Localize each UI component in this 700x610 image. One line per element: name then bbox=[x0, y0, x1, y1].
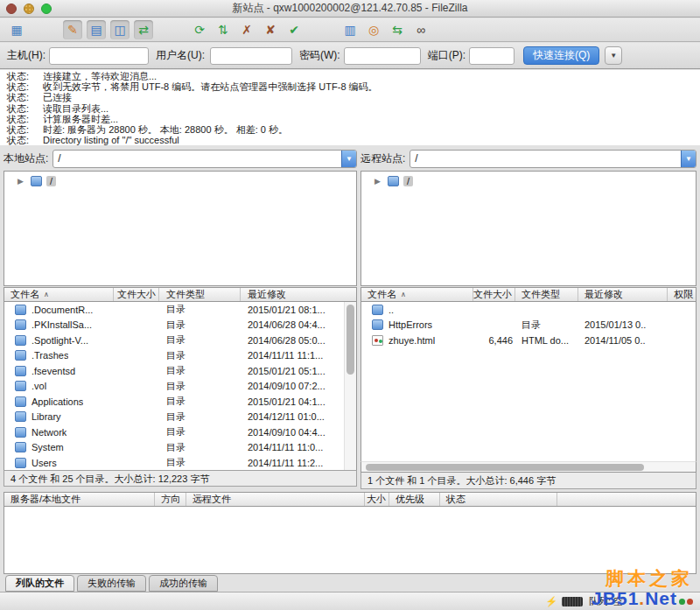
refresh-icon[interactable]: ⟳ bbox=[190, 20, 209, 39]
disconnect-icon[interactable]: ✘ bbox=[261, 20, 280, 39]
file-icon bbox=[15, 381, 26, 391]
column-permissions[interactable]: 权限 bbox=[668, 288, 696, 301]
horizontal-scrollbar[interactable] bbox=[360, 461, 696, 473]
disclosure-triangle-icon[interactable]: ▶ bbox=[18, 177, 24, 186]
column-filename[interactable]: 文件名∧ bbox=[4, 288, 114, 301]
file-row[interactable]: Network 目录 2014/09/10 04:4... bbox=[4, 424, 356, 440]
log-status-label: 状态: bbox=[0, 114, 43, 124]
username-input[interactable] bbox=[210, 47, 292, 65]
column-status[interactable]: 状态 bbox=[440, 493, 557, 506]
reconnect-icon[interactable]: ✔ bbox=[284, 20, 304, 39]
filter-icon[interactable]: ▥ bbox=[340, 20, 360, 39]
file-type: 目录 bbox=[159, 380, 241, 393]
quickconnect-dropdown-button[interactable]: ▼ bbox=[605, 46, 622, 65]
close-window-button[interactable] bbox=[6, 4, 17, 14]
file-row[interactable]: .Spotlight-V... 目录 2014/06/28 05:0... bbox=[4, 333, 356, 348]
file-modified: 2014/11/11 11:2... bbox=[241, 458, 356, 468]
file-type: 目录 bbox=[159, 333, 241, 347]
toggle-log-icon[interactable]: ✎ bbox=[63, 20, 82, 39]
column-filesize[interactable]: 文件大小 bbox=[473, 288, 515, 301]
tab-successful-transfers[interactable]: 成功的传输 bbox=[149, 575, 218, 592]
file-row[interactable]: HttpErrors 目录 2015/01/13 0.. bbox=[361, 318, 696, 333]
combo-arrow-button[interactable]: ▼ bbox=[681, 151, 696, 167]
local-path-combobox[interactable]: / ▼ bbox=[52, 150, 357, 168]
log-message: 已连接 bbox=[43, 92, 72, 102]
column-size[interactable]: 大小 bbox=[365, 493, 389, 506]
file-row[interactable]: .Trashes 目录 2014/11/11 11:1... bbox=[4, 348, 356, 364]
file-type: 目录 bbox=[159, 364, 241, 377]
local-list-header: 文件名∧ 文件大小 文件类型 最近修改 bbox=[4, 287, 357, 302]
column-modified[interactable]: 最近修改 bbox=[241, 288, 356, 301]
remote-path-combobox[interactable]: / ▼ bbox=[410, 150, 696, 168]
toggle-local-tree-icon[interactable]: ▤ bbox=[87, 20, 106, 39]
file-row[interactable]: .. bbox=[361, 302, 696, 318]
file-name: .PKInstallSa... bbox=[32, 319, 92, 330]
minimize-window-button[interactable] bbox=[24, 4, 34, 14]
tree-root-label[interactable]: / bbox=[46, 176, 56, 186]
toggle-queue-icon[interactable]: ⇄ bbox=[134, 20, 153, 39]
toggle-remote-tree-icon[interactable]: ◫ bbox=[110, 20, 130, 39]
file-size: 6,446 bbox=[473, 335, 515, 346]
file-name: HttpErrors bbox=[388, 319, 432, 330]
file-row[interactable]: Applications 目录 2015/01/21 04:1... bbox=[4, 394, 356, 410]
column-server-local-file[interactable]: 服务器/本地文件 bbox=[4, 493, 155, 506]
column-modified[interactable]: 最近修改 bbox=[578, 288, 668, 301]
file-row[interactable]: Users 目录 2014/11/11 11:2... bbox=[4, 455, 356, 470]
tree-root-label[interactable]: / bbox=[403, 176, 413, 186]
password-input[interactable] bbox=[344, 47, 421, 65]
log-status-label: 状态: bbox=[0, 71, 43, 81]
file-row[interactable]: .vol 目录 2014/09/10 07:2... bbox=[4, 379, 356, 395]
compare-icon[interactable]: ⇆ bbox=[388, 20, 407, 39]
file-row[interactable]: .DocumentR... 目录 2015/01/21 08:1... bbox=[4, 302, 356, 318]
tree-row[interactable]: ▶ / bbox=[361, 172, 696, 189]
file-name: .vol bbox=[32, 381, 46, 391]
scrollbar-thumb[interactable] bbox=[346, 305, 354, 375]
local-file-list: .DocumentR... 目录 2015/01/21 08:1... .PKI… bbox=[4, 302, 357, 470]
host-input[interactable] bbox=[49, 47, 149, 65]
log-row: 状态: 收到无效字节，将禁用 UTF-8 编码。请在站点管理器中强制选择 UTF… bbox=[0, 81, 700, 92]
quickconnect-button[interactable]: 快速连接(Q) bbox=[523, 46, 599, 65]
column-filetype[interactable]: 文件类型 bbox=[515, 288, 578, 301]
file-name: .fseventsd bbox=[32, 366, 75, 376]
column-filename[interactable]: 文件名∧ bbox=[361, 288, 473, 301]
process-queue-icon[interactable]: ⇅ bbox=[214, 20, 233, 39]
column-remote-file[interactable]: 远程文件 bbox=[186, 493, 365, 506]
log-status-label: 状态: bbox=[0, 103, 43, 114]
file-row[interactable]: zhuye.html 6,446 HTML do... 2014/11/05 0… bbox=[361, 333, 696, 348]
site-manager-icon[interactable]: ▦ bbox=[7, 20, 26, 39]
cancel-icon[interactable]: ✗ bbox=[237, 20, 256, 39]
file-row[interactable]: .fseventsd 目录 2015/01/21 05:1... bbox=[4, 363, 356, 379]
remote-site-bar: 远程站点: / ▼ bbox=[360, 147, 696, 170]
scrollbar-thumb[interactable] bbox=[366, 464, 644, 471]
file-row[interactable]: Library 目录 2014/12/11 01:0... bbox=[4, 410, 356, 425]
search-icon[interactable]: ◎ bbox=[364, 20, 383, 39]
file-modified: 2014/11/05 0.. bbox=[578, 335, 668, 346]
watermark-line2: JB51.Net bbox=[592, 588, 693, 608]
file-name: zhuye.html bbox=[388, 335, 435, 346]
tab-queued-files[interactable]: 列队的文件 bbox=[5, 575, 74, 592]
file-row[interactable]: .PKInstallSa... 目录 2014/06/28 04:4... bbox=[4, 318, 356, 333]
column-filetype[interactable]: 文件类型 bbox=[159, 288, 241, 301]
log-message: 计算服务器时差... bbox=[43, 114, 118, 124]
file-icon bbox=[15, 442, 26, 452]
log-row: 状态: 已连接 bbox=[0, 92, 700, 102]
column-filesize[interactable]: 文件大小 bbox=[114, 288, 159, 301]
tree-row[interactable]: ▶ / bbox=[4, 172, 356, 189]
file-modified: 2015/01/21 05:1... bbox=[241, 366, 356, 376]
file-icon bbox=[15, 319, 26, 330]
queue-header: 服务器/本地文件 方向 远程文件 大小 优先级 状态 bbox=[4, 492, 696, 507]
file-row[interactable]: System 目录 2014/11/11 11:0... bbox=[4, 440, 356, 456]
column-direction[interactable]: 方向 bbox=[155, 493, 186, 506]
remote-site-label: 远程站点: bbox=[360, 151, 405, 166]
disclosure-triangle-icon[interactable]: ▶ bbox=[374, 177, 381, 186]
combo-arrow-button[interactable]: ▼ bbox=[341, 151, 356, 167]
tab-failed-transfers[interactable]: 失败的传输 bbox=[77, 575, 146, 592]
binoculars-icon[interactable]: ∞ bbox=[411, 20, 430, 39]
log-message: 连接建立，等待欢迎消息... bbox=[43, 71, 157, 81]
file-icon bbox=[15, 350, 26, 361]
zoom-window-button[interactable] bbox=[41, 4, 52, 14]
port-input[interactable] bbox=[469, 47, 514, 65]
vertical-scrollbar[interactable] bbox=[344, 302, 356, 470]
file-name: Library bbox=[32, 411, 61, 422]
column-priority[interactable]: 优先级 bbox=[389, 493, 440, 506]
